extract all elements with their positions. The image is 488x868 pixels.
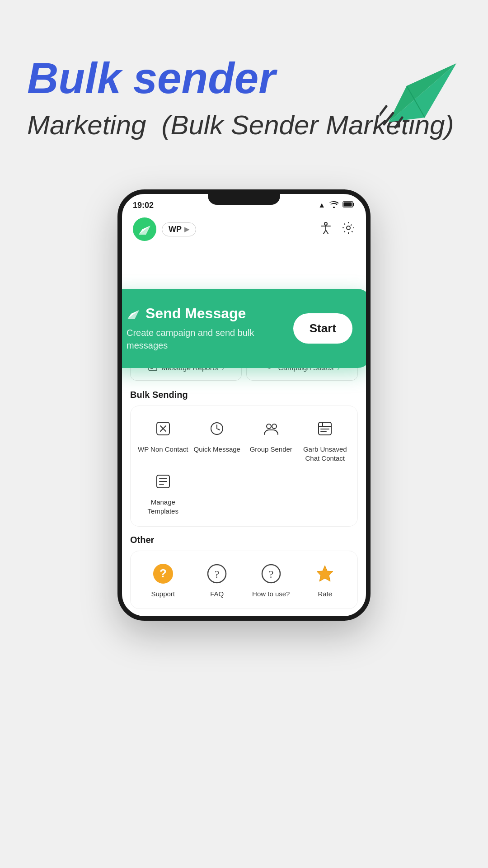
svg-point-11 [324,222,327,225]
rate-label: Rate [318,590,332,598]
phone-notch [208,194,280,205]
decorative-plane-icon [380,45,465,133]
feature-wp-non-contact[interactable]: WP Non Contact [138,417,188,462]
wifi-icon [329,201,339,210]
svg-line-5 [380,106,386,115]
wp-dropdown-arrow: ▶ [184,226,189,233]
bulk-sending-grid: WP Non Contact Quick Message [138,417,350,515]
svg-point-26 [267,424,271,429]
svg-point-16 [347,226,350,230]
garb-unsaved-label: Garb Unsaved Chat Contact [300,445,351,462]
marketing-label: Marketing [27,110,146,140]
app-header-bar: WP ▶ [122,212,366,246]
quick-message-icon [205,417,229,440]
bulk-sending-card: WP Non Contact Quick Message [130,406,358,527]
feature-group-sender[interactable]: Group Sender [246,417,296,462]
other-how-to-use[interactable]: ? How to use? [246,562,296,598]
rate-icon [313,562,337,585]
quick-message-label: Quick Message [194,445,240,454]
other-grid: ? Support ? FAQ [138,562,350,598]
support-icon: ? [151,562,175,585]
support-label: Support [151,590,175,598]
svg-marker-43 [317,566,333,581]
app-logo[interactable] [133,217,156,241]
other-card: ? Support ? FAQ [130,551,358,609]
feature-quick-message[interactable]: Quick Message [192,417,243,462]
bulk-sending-section-title: Bulk Sending [130,390,358,400]
send-message-text-area: Send Message Create campaign and send bu… [127,305,293,352]
group-sender-label: Group Sender [250,445,292,454]
send-message-title-text: Send Message [145,305,246,322]
wp-label: WP [169,225,182,234]
other-rate[interactable]: Rate [300,562,351,598]
feature-garb-unsaved[interactable]: Garb Unsaved Chat Contact [300,417,351,462]
svg-point-27 [272,424,277,429]
how-to-use-label: How to use? [252,590,290,598]
app-logo-area: WP ▶ [133,217,196,241]
other-faq[interactable]: ? FAQ [192,562,243,598]
send-message-title: Send Message [127,305,293,322]
svg-text:?: ? [268,568,273,580]
faq-label: FAQ [210,590,224,598]
battery-icon [343,201,355,210]
wp-account-badge[interactable]: WP ▶ [162,222,196,236]
svg-text:?: ? [215,568,220,580]
status-time: 19:02 [133,201,154,210]
svg-rect-8 [344,203,352,207]
garb-unsaved-icon [313,417,337,440]
manage-templates-icon [151,470,175,493]
svg-line-15 [326,230,328,234]
svg-line-14 [324,230,326,234]
group-sender-icon [259,417,283,440]
settings-icon[interactable] [342,221,355,238]
how-to-use-icon: ? [259,562,283,585]
faq-icon: ? [205,562,229,585]
phone-mockup: 19:02 ▲ WP [0,189,488,621]
feature-manage-templates[interactable]: Manage Templates [138,470,188,515]
send-message-card: Send Message Create campaign and send bu… [117,289,371,368]
manage-templates-label: Manage Templates [138,498,188,515]
signal-icon: ▲ [318,201,325,209]
wp-non-contact-label: WP Non Contact [138,445,188,454]
send-message-description: Create campaign and send bulk messages [127,326,293,352]
svg-text:?: ? [160,566,167,580]
wp-non-contact-icon [151,417,175,440]
other-section-title: Other [130,535,358,545]
app-header-actions [319,221,355,238]
phone-frame: 19:02 ▲ WP [117,189,371,621]
status-icons: ▲ [318,201,355,210]
accessibility-icon[interactable] [319,221,333,238]
start-button[interactable]: Start [293,313,352,344]
other-support[interactable]: ? Support [138,562,188,598]
svg-rect-7 [353,203,354,206]
